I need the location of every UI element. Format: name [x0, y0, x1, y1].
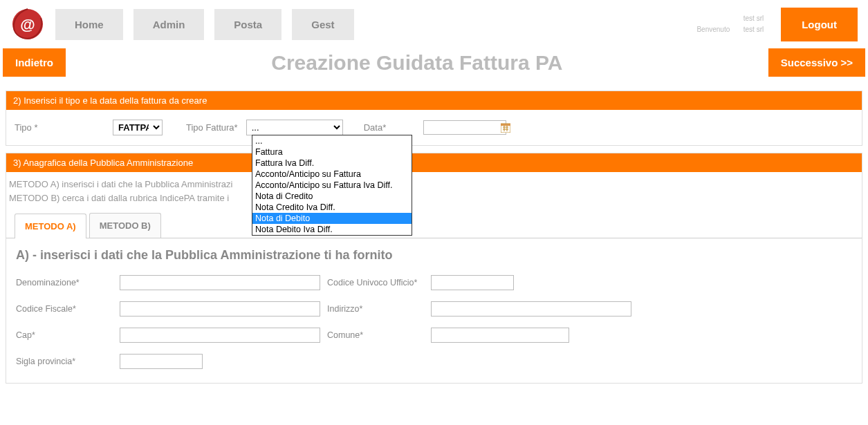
- welcome-label: Benvenuto: [696, 26, 730, 33]
- dropdown-option[interactable]: Fattura: [252, 147, 412, 158]
- codun-input[interactable]: [431, 275, 514, 290]
- dropdown-option[interactable]: Acconto/Anticipo su Fattura Iva Diff.: [252, 180, 412, 191]
- dropdown-option[interactable]: Nota di Credito: [252, 191, 412, 202]
- denom-label: Denominazione*: [16, 278, 120, 287]
- user-info: test srl Benvenuto test srl: [696, 13, 770, 35]
- dropdown-option[interactable]: Nota di Debito: [252, 213, 412, 224]
- tab-content-a: A) - inserisci i dati che la Pubblica Am…: [6, 238, 862, 383]
- title-row: Indietro Creazione Guidata Fattura PA Su…: [0, 48, 868, 84]
- logout-button[interactable]: Logout: [781, 8, 858, 41]
- tipofattura-label: Tipo Fattura*: [186, 122, 238, 133]
- desc-b: METODO B) cerca i dati dalla rubrica Ind…: [9, 191, 859, 205]
- nav-posta[interactable]: Posta: [214, 9, 281, 40]
- panel2-header: 2) Inserisci il tipo e la data della fat…: [6, 91, 862, 110]
- sigla-label: Sigla provincia*: [16, 357, 120, 366]
- codun-label: Codice Univoco Ufficio*: [327, 278, 431, 287]
- topbar: @ Home Admin Posta Gest test srl Benvenu…: [0, 0, 868, 48]
- data-label: Data*: [364, 122, 387, 133]
- svg-rect-3: [501, 124, 510, 126]
- tipo-select[interactable]: FATTPA: [113, 120, 163, 135]
- calendar-icon[interactable]: [499, 122, 512, 134]
- dropdown-option[interactable]: Fattura Iva Diff.: [252, 158, 412, 169]
- tipofattura-select[interactable]: ...: [246, 120, 343, 135]
- panel-step2: 2) Inserisci il tipo e la data della fat…: [6, 91, 862, 146]
- next-button[interactable]: Successivo >>: [768, 48, 865, 77]
- svg-text:@: @: [20, 16, 35, 33]
- indir-label: Indirizzo*: [327, 304, 431, 314]
- tabs: METODO A) METODO B): [6, 213, 862, 238]
- tipo-label: Tipo *: [15, 122, 104, 133]
- dropdown-option[interactable]: ...: [252, 135, 412, 147]
- denom-input[interactable]: [120, 275, 320, 290]
- comune-input[interactable]: [431, 328, 569, 343]
- cap-input[interactable]: [120, 328, 320, 343]
- indir-input[interactable]: [431, 301, 631, 317]
- dropdown-option[interactable]: Acconto/Anticipo su Fattura: [252, 169, 412, 180]
- tab-metodo-a[interactable]: METODO A): [15, 214, 86, 238]
- desc-a: METODO A) inserisci i dati che la Pubbli…: [9, 178, 859, 191]
- tipofattura-dropdown[interactable]: ...FatturaFattura Iva Diff.Acconto/Antic…: [252, 135, 412, 236]
- dropdown-option[interactable]: Nota Credito Iva Diff.: [252, 202, 412, 213]
- user-name: test srl: [744, 26, 764, 33]
- nav-gest[interactable]: Gest: [292, 9, 353, 40]
- user-company: test srl: [696, 13, 764, 24]
- codfisc-label: Codice Fiscale*: [16, 304, 120, 314]
- comune-label: Comune*: [327, 330, 431, 340]
- panel3-header: 3) Anagrafica della Pubblica Amministraz…: [6, 153, 862, 172]
- nav-admin[interactable]: Admin: [133, 9, 205, 40]
- dropdown-option[interactable]: Nota Debito Iva Diff.: [252, 224, 412, 235]
- data-input[interactable]: [423, 120, 506, 135]
- logo: @: [10, 7, 45, 41]
- codfisc-input[interactable]: [120, 301, 320, 317]
- cap-label: Cap*: [16, 330, 120, 340]
- nav-home[interactable]: Home: [55, 9, 123, 40]
- back-button[interactable]: Indietro: [3, 48, 66, 77]
- form-heading: A) - inserisci i dati che la Pubblica Am…: [16, 248, 852, 263]
- page-title: Creazione Guidata Fattura PA: [66, 51, 768, 75]
- sigla-input[interactable]: [120, 354, 203, 369]
- panel-step3: 3) Anagrafica della Pubblica Amministraz…: [6, 153, 862, 384]
- panel3-description: METODO A) inserisci i dati che la Pubbli…: [6, 172, 862, 213]
- tab-metodo-b[interactable]: METODO B): [89, 213, 161, 238]
